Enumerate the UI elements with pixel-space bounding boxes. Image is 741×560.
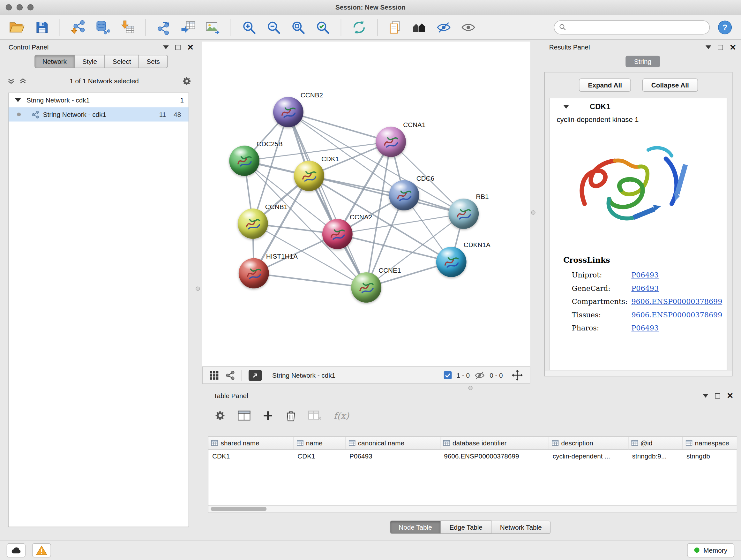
network-node-CCNE1[interactable] bbox=[351, 272, 381, 303]
cell-database-identifier[interactable]: 9606.ENSP00000378699 bbox=[440, 449, 549, 462]
crosslink-link[interactable]: 9606.ENSP00000378699 bbox=[631, 311, 722, 319]
grid-view-icon[interactable] bbox=[209, 370, 219, 380]
collapse-all-icon[interactable] bbox=[8, 77, 15, 84]
vertical-splitter-handle[interactable] bbox=[196, 287, 200, 291]
close-panel-icon[interactable]: ✕ bbox=[730, 45, 736, 50]
hidden-eye-slash-icon[interactable] bbox=[475, 371, 485, 380]
tab-network-table[interactable]: Network Table bbox=[491, 520, 551, 534]
network-node-CCNB2[interactable] bbox=[273, 97, 304, 127]
cloud-services-button[interactable] bbox=[7, 543, 25, 557]
memory-button[interactable]: Memory bbox=[687, 543, 734, 557]
tab-style[interactable]: Style bbox=[75, 55, 105, 68]
crosslink-link[interactable]: P06493 bbox=[631, 284, 659, 293]
duplicate-network-button[interactable] bbox=[386, 18, 404, 36]
network-node-HIST1H1A[interactable] bbox=[239, 258, 269, 289]
save-session-button[interactable] bbox=[33, 18, 51, 36]
network-row[interactable]: String Network - cdk1 11 48 bbox=[9, 107, 189, 121]
tab-network[interactable]: Network bbox=[35, 55, 75, 68]
warnings-button[interactable] bbox=[32, 543, 51, 557]
column-header-database-identifier[interactable]: database identifier bbox=[440, 437, 549, 449]
maximize-panel-icon[interactable] bbox=[718, 45, 723, 50]
maximize-panel-icon[interactable] bbox=[715, 393, 720, 398]
expand-all-icon[interactable] bbox=[19, 77, 26, 84]
cell-namespace[interactable]: stringdb bbox=[682, 449, 737, 462]
column-header-shared-name[interactable]: shared name bbox=[208, 437, 293, 449]
network-node-CCNA2[interactable] bbox=[322, 219, 353, 249]
column-header-id[interactable]: @id bbox=[628, 437, 682, 449]
function-builder-icon[interactable]: f(x) bbox=[333, 410, 349, 421]
float-panel-icon[interactable] bbox=[705, 45, 711, 49]
horizontal-splitter-handle[interactable] bbox=[468, 386, 473, 390]
column-header-description[interactable]: description bbox=[549, 437, 628, 449]
close-panel-icon[interactable]: ✕ bbox=[187, 45, 194, 50]
show-details-button[interactable] bbox=[459, 19, 478, 35]
zoom-out-button[interactable] bbox=[264, 18, 283, 37]
close-panel-icon[interactable]: ✕ bbox=[727, 393, 733, 398]
search-input[interactable] bbox=[569, 23, 704, 31]
export-image-button[interactable] bbox=[203, 18, 222, 37]
cell-id[interactable]: stringdb:9... bbox=[628, 449, 682, 462]
cell-shared-name[interactable]: CDK1 bbox=[208, 449, 293, 462]
column-header-namespace[interactable]: namespace bbox=[682, 437, 737, 449]
network-node-CDC6[interactable] bbox=[389, 180, 419, 210]
network-view-icon[interactable] bbox=[225, 370, 235, 380]
protein-squiggle-icon bbox=[299, 165, 320, 186]
results-horizontal-scrollbar[interactable] bbox=[545, 371, 732, 376]
export-network-button[interactable] bbox=[154, 18, 173, 37]
network-node-CDKN1A[interactable] bbox=[436, 247, 467, 277]
import-network-file-button[interactable] bbox=[69, 18, 87, 37]
delete-column-trash-icon[interactable] bbox=[285, 410, 296, 422]
maximize-panel-icon[interactable] bbox=[175, 45, 180, 50]
tree-expand-icon[interactable] bbox=[15, 98, 21, 102]
expand-all-button[interactable]: Expand All bbox=[579, 78, 631, 91]
import-table-button[interactable] bbox=[118, 18, 137, 37]
crosslink-link[interactable]: 9606.ENSP00000378699 bbox=[631, 297, 722, 306]
birdseye-crosshair-icon[interactable] bbox=[511, 369, 523, 381]
add-column-plus-icon[interactable] bbox=[262, 410, 274, 422]
column-header-name[interactable]: name bbox=[293, 437, 346, 449]
zoom-fit-button[interactable] bbox=[289, 18, 308, 37]
tab-edge-table[interactable]: Edge Table bbox=[441, 520, 491, 534]
network-node-CDK1[interactable] bbox=[294, 161, 324, 191]
refresh-button[interactable] bbox=[350, 18, 368, 37]
search-field[interactable] bbox=[554, 20, 710, 34]
network-node-CDC25B[interactable] bbox=[229, 145, 259, 176]
cell-canonical-name[interactable]: P06493 bbox=[346, 449, 440, 462]
table-horizontal-scrollbar[interactable] bbox=[208, 505, 737, 512]
detach-view-button[interactable] bbox=[249, 369, 262, 381]
hide-details-button[interactable] bbox=[434, 19, 453, 35]
cell-description[interactable]: cyclin-dependent ... bbox=[549, 449, 628, 462]
network-collection-row[interactable]: String Network - cdk1 1 bbox=[9, 93, 189, 107]
tab-string[interactable]: String bbox=[625, 56, 660, 67]
network-node-CCNB1[interactable] bbox=[238, 208, 268, 239]
selected-checkbox-icon[interactable] bbox=[444, 371, 452, 379]
cell-name[interactable]: CDK1 bbox=[293, 449, 346, 462]
collapse-all-button[interactable]: Collapse All bbox=[643, 78, 698, 91]
toggle-graphics-details-button[interactable] bbox=[410, 18, 428, 36]
float-panel-icon[interactable] bbox=[703, 394, 709, 398]
gear-icon[interactable] bbox=[182, 76, 192, 86]
zoom-in-button[interactable] bbox=[240, 18, 259, 37]
select-columns-icon[interactable] bbox=[238, 410, 251, 422]
tab-node-table[interactable]: Node Table bbox=[390, 520, 441, 534]
collapse-gene-icon[interactable] bbox=[563, 105, 569, 109]
tab-sets[interactable]: Sets bbox=[139, 55, 168, 68]
table-panel-header: Table Panel ✕ bbox=[202, 390, 738, 401]
column-header-canonical-name[interactable]: canonical name bbox=[346, 437, 440, 449]
export-table-button[interactable] bbox=[179, 18, 198, 37]
network-node-CCNA1[interactable] bbox=[376, 127, 406, 157]
import-network-database-button[interactable] bbox=[93, 18, 112, 37]
crosslink-link[interactable]: P06493 bbox=[631, 271, 659, 280]
network-node-RB1[interactable] bbox=[448, 199, 479, 229]
tab-select[interactable]: Select bbox=[105, 55, 139, 68]
float-panel-icon[interactable] bbox=[163, 45, 169, 49]
scrollbar-thumb[interactable] bbox=[211, 507, 266, 511]
help-button[interactable]: ? bbox=[716, 18, 734, 37]
crosslink-link[interactable]: P06493 bbox=[631, 324, 659, 332]
zoom-selected-button[interactable] bbox=[313, 18, 332, 37]
table-row[interactable]: CDK1 CDK1 P06493 9606.ENSP00000378699 cy… bbox=[208, 449, 737, 462]
network-canvas[interactable]: CCNB2CCNA1CDC25BCDK1CDC6RB1CCNB1CCNA2CDK… bbox=[202, 42, 530, 366]
table-settings-gear-icon[interactable] bbox=[214, 410, 226, 422]
open-session-button[interactable] bbox=[7, 18, 27, 36]
vertical-splitter-handle[interactable] bbox=[531, 210, 535, 214]
